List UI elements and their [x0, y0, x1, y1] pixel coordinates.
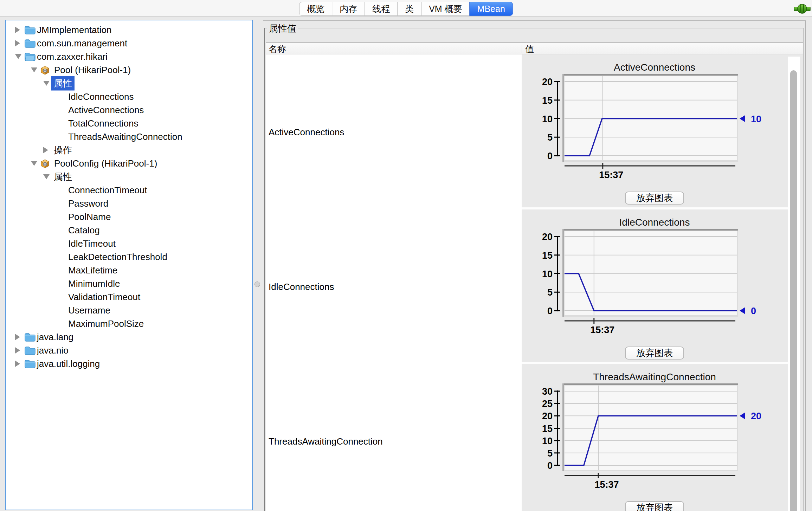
tab-mbean[interactable]: MBean [470, 2, 513, 16]
column-header-value[interactable]: 值 [525, 43, 534, 54]
tree-node-com-zaxxer-hikari[interactable]: com.zaxxer.hikari [6, 50, 252, 63]
tree-node-com-sun-management[interactable]: com.sun.management [6, 37, 252, 50]
tree-node-poolconfig-attributes[interactable]: 属性 [6, 170, 252, 183]
tree-node-java-util-logging[interactable]: java.util.logging [6, 357, 252, 370]
column-header-name[interactable]: 名称 [269, 43, 286, 54]
tree-node-idleconnections[interactable]: IdleConnections [6, 90, 252, 103]
y-tick-label: 15 [542, 423, 553, 434]
y-tick-label: 15 [542, 250, 553, 261]
discard-chart-button[interactable]: 放弃图表 [625, 192, 684, 205]
y-tick-label: 5 [547, 132, 553, 143]
tree-node-username[interactable]: Username [6, 304, 252, 317]
tree-node-java-lang[interactable]: java.lang [6, 330, 252, 344]
tree-node-pool-hikaripool-1[interactable]: Pool (HikariPool-1) [6, 63, 252, 77]
discard-chart-button[interactable]: 放弃图表 [625, 501, 684, 511]
chart-cell-idleconnections: IdleConnections05101520015:37放弃图表 [522, 209, 792, 364]
tab-vm-summary[interactable]: VM 概要 [421, 2, 470, 16]
collapsed-arrow-icon[interactable] [15, 334, 20, 340]
tree-node-poolconfig-hikaripool-1[interactable]: PoolConfig (HikariPool-1) [6, 157, 252, 170]
tree-node-threadsawaitingconnection[interactable]: ThreadsAwaitingConnection [6, 130, 252, 143]
y-tick-label: 10 [542, 114, 553, 124]
tree-node-maxlifetime[interactable]: MaxLifetime [6, 264, 252, 277]
collapsed-arrow-icon[interactable] [43, 147, 48, 153]
y-tick-label: 20 [542, 232, 553, 242]
attribute-table: 名称 值 ActiveConnectionsIdleConnectionsThr… [266, 43, 803, 511]
collapsed-arrow-icon[interactable] [15, 27, 20, 33]
folder-icon [24, 39, 36, 48]
expanded-arrow-icon[interactable] [15, 54, 21, 59]
tree-node-idletimeout[interactable]: IdleTimeout [6, 237, 252, 250]
tree-node-label: Password [68, 198, 108, 209]
tree-node-maximumpoolsize[interactable]: MaximumPoolSize [6, 317, 252, 330]
tree-node-label: ValidationTimeout [68, 292, 140, 303]
tab-threads[interactable]: 线程 [365, 2, 398, 16]
y-tick-label: 10 [542, 436, 553, 446]
tree-node-activeconnections[interactable]: ActiveConnections [6, 103, 252, 117]
y-tick-label: 0 [547, 306, 553, 316]
attribute-name-cell: ThreadsAwaitingConnection [266, 364, 522, 511]
tree-node-label: com.zaxxer.hikari [37, 51, 108, 62]
tree-node-label: 属性 [54, 171, 72, 183]
tree-node-label: TotalConnections [68, 118, 138, 129]
tree-node-pool-attributes[interactable]: 属性 [6, 77, 252, 90]
folder-icon [24, 25, 36, 34]
collapsed-arrow-icon[interactable] [15, 40, 20, 46]
tab-overview[interactable]: 概览 [299, 2, 332, 16]
expanded-arrow-icon[interactable] [43, 174, 50, 179]
tree-node-label: IdleConnections [68, 91, 134, 102]
tree-node-java-nio[interactable]: java.nio [6, 344, 252, 357]
split-pane-divider[interactable] [253, 20, 263, 510]
vertical-scrollbar[interactable] [788, 57, 800, 511]
tree-node-password[interactable]: Password [6, 197, 252, 210]
tab-classes[interactable]: 类 [397, 2, 421, 16]
attribute-name: ActiveConnections [269, 127, 344, 137]
scrollbar-corner [788, 57, 800, 69]
collapsed-arrow-icon[interactable] [15, 361, 20, 367]
expanded-arrow-icon[interactable] [31, 161, 37, 166]
tree-node-label: java.util.logging [37, 358, 100, 369]
attribute-name: ThreadsAwaitingConnection [269, 436, 383, 447]
column-divider[interactable] [522, 45, 522, 53]
scrollbar-thumb[interactable] [790, 70, 797, 511]
expanded-arrow-icon[interactable] [43, 81, 50, 86]
mbean-tree: JMImplementation com.sun.management com.… [5, 20, 253, 510]
tree-node-minimumidle[interactable]: MinimumIdle [6, 277, 252, 290]
chart-cell-threadsawaitingconnection: ThreadsAwaitingConnection051015202530201… [522, 364, 792, 511]
value-column: ActiveConnections051015201015:37放弃图表Idle… [522, 54, 792, 511]
tree-node-catalog[interactable]: Catalog [6, 224, 252, 237]
tree-node-validationtimeout[interactable]: ValidationTimeout [6, 290, 252, 304]
value-marker-icon [740, 115, 745, 122]
chart-cell-activeconnections: ActiveConnections051015201015:37放弃图表 [522, 54, 792, 209]
tree-node-label: ThreadsAwaitingConnection [68, 131, 182, 142]
tree-node-label: ConnectionTimeout [68, 185, 147, 196]
chart-title: ActiveConnections [614, 62, 695, 73]
splitter-grip-icon[interactable] [254, 282, 260, 287]
chart-activeconnections: ActiveConnections051015201015:37 [522, 54, 792, 209]
collapsed-arrow-icon[interactable] [15, 347, 20, 354]
attribute-values-panel: 属性值 名称 值 ActiveConnectionsIdleConnection… [263, 20, 806, 511]
tab-memory[interactable]: 内存 [332, 2, 365, 16]
folder-icon [24, 332, 36, 342]
tree-node-pool-operations[interactable]: 操作 [6, 143, 252, 157]
tree-node-connectiontimeout[interactable]: ConnectionTimeout [6, 183, 252, 197]
folder-icon [24, 359, 36, 368]
tree-node-totalconnections[interactable]: TotalConnections [6, 117, 252, 130]
connection-status-icon [794, 3, 811, 15]
discard-chart-button[interactable]: 放弃图表 [625, 347, 684, 360]
y-tick-label: 5 [547, 287, 553, 298]
y-tick-label: 20 [542, 411, 553, 421]
titled-border: 属性值 名称 值 ActiveConnectionsIdleConnection… [264, 28, 804, 511]
tree-node-label: Pool (HikariPool-1) [54, 65, 131, 76]
expanded-arrow-icon[interactable] [31, 67, 37, 72]
current-value-label: 0 [751, 306, 756, 316]
value-marker-icon [740, 307, 745, 314]
tree-node-jmimplementation[interactable]: JMImplementation [6, 23, 252, 37]
tree-node-poolname[interactable]: PoolName [6, 210, 252, 224]
table-body: ActiveConnectionsIdleConnectionsThreadsA… [266, 54, 803, 511]
tree-node-label: LeakDetectionThreshold [68, 252, 167, 263]
attribute-name-cell: IdleConnections [266, 209, 522, 364]
tab-strip: 概览内存线程类VM 概要MBean [299, 2, 513, 16]
tree-node-label: 属性 [51, 76, 75, 91]
tree-node-leakdetectionthreshold[interactable]: LeakDetectionThreshold [6, 250, 252, 264]
y-tick-label: 0 [547, 151, 553, 161]
